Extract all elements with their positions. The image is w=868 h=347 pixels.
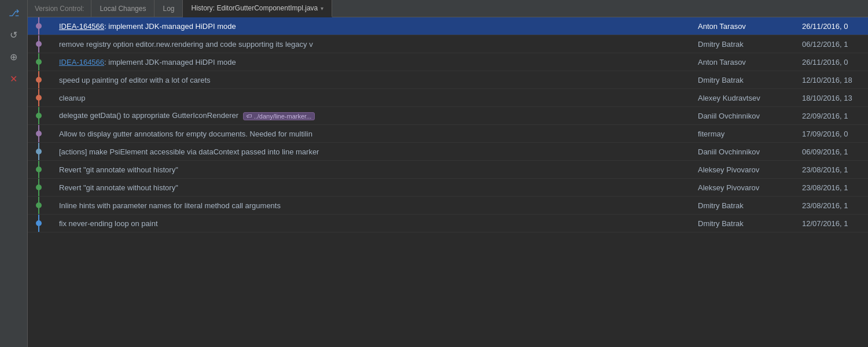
tag-icon: 🏷: [247, 113, 252, 119]
main-panel: Version Control: Local Changes Log Histo…: [28, 0, 868, 347]
commit-date-12: 12/07/2016, 1: [799, 215, 868, 232]
commit-text-1: : implement JDK-managed HiDPI mode: [104, 22, 236, 31]
commit-message-4: speed up painting of editor with a lot o…: [56, 71, 694, 89]
commit-message-1: IDEA-164566: implement JDK-managed HiDPI…: [56, 17, 694, 35]
graph-cell-1: [28, 17, 56, 35]
graph-cell-8: [28, 143, 56, 161]
table-row[interactable]: delegate getData() to appropriate Gutter…: [28, 107, 868, 125]
tab-section-label: Version Control:: [28, 0, 91, 17]
tab-log[interactable]: Log: [155, 0, 183, 17]
commit-message-9: Revert "git annotate without history": [56, 161, 694, 179]
close-icon[interactable]: ✕: [5, 69, 23, 88]
commit-message-11: Inline hints with parameter names for li…: [56, 197, 694, 215]
commit-author-11: Dmitry Batrak: [694, 197, 799, 215]
commit-author-5: Alexey Kudravtsev: [694, 89, 799, 107]
commit-text-4: speed up painting of editor with a lot o…: [59, 76, 211, 84]
commit-date-10: 23/08/2016, 1: [799, 179, 868, 197]
tab-bar: Version Control: Local Changes Log Histo…: [28, 0, 868, 17]
commit-date-2: 06/12/2016, 1: [799, 35, 868, 53]
commit-text-9: Revert "git annotate without history": [59, 165, 178, 174]
graph-cell-9: [28, 161, 56, 179]
commit-date-11: 23/08/2016, 1: [799, 197, 868, 215]
tab-dropdown-icon[interactable]: ▾: [321, 5, 323, 12]
commit-text-7: Allow to display gutter annotations for …: [59, 130, 312, 138]
table-row[interactable]: cleanupAlexey Kudravtsev18/10/2016, 13: [28, 89, 868, 107]
table-row[interactable]: IDEA-164566: implement JDK-managed HiDPI…: [28, 17, 868, 35]
graph-cell-7: [28, 125, 56, 143]
commit-text-6: delegate getData() to appropriate Gutter…: [59, 111, 238, 120]
commit-author-10: Aleksey Pivovarov: [694, 179, 799, 197]
table-row[interactable]: Revert "git annotate without history"Ale…: [28, 161, 868, 179]
commit-link-3[interactable]: IDEA-164566: [59, 58, 104, 67]
table-row[interactable]: Inline hints with parameter names for li…: [28, 197, 868, 215]
content-area[interactable]: IDEA-164566: implement JDK-managed HiDPI…: [28, 17, 868, 347]
table-row[interactable]: speed up painting of editor with a lot o…: [28, 71, 868, 89]
commit-author-3: Anton Tarasov: [694, 53, 799, 71]
commit-author-1: Anton Tarasov: [694, 17, 799, 35]
commit-date-9: 23/08/2016, 1: [799, 161, 868, 179]
commit-message-3: IDEA-164566: implement JDK-managed HiDPI…: [56, 53, 694, 71]
commit-text-3: : implement JDK-managed HiDPI mode: [104, 58, 236, 67]
graph-cell-3: [28, 53, 56, 71]
table-row[interactable]: [actions] make PsiElement accessible via…: [28, 143, 868, 161]
graph-cell-11: [28, 197, 56, 215]
refresh-icon[interactable]: ↺: [5, 25, 23, 44]
commit-message-5: cleanup: [56, 89, 694, 107]
graph-cell-2: [28, 35, 56, 53]
commit-message-12: fix never-ending loop on paint: [56, 215, 694, 232]
commit-date-7: 17/09/2016, 0: [799, 125, 868, 143]
commit-text-11: Inline hints with parameter names for li…: [59, 201, 281, 210]
tab-local-changes[interactable]: Local Changes: [91, 0, 155, 17]
branch-tag-6: 🏷../dany/line-marker...: [243, 112, 315, 120]
commit-message-2: remove registry option editor.new.render…: [56, 35, 694, 53]
table-row[interactable]: Allow to display gutter annotations for …: [28, 125, 868, 143]
commit-author-7: fitermay: [694, 125, 799, 143]
commit-text-2: remove registry option editor.new.render…: [59, 40, 313, 49]
table-row[interactable]: IDEA-164566: implement JDK-managed HiDPI…: [28, 53, 868, 71]
commit-message-7: Allow to display gutter annotations for …: [56, 125, 694, 143]
commit-date-4: 12/10/2016, 18: [799, 71, 868, 89]
commit-message-10: Revert "git annotate without history": [56, 179, 694, 197]
commit-date-8: 06/09/2016, 1: [799, 143, 868, 161]
table-row[interactable]: remove registry option editor.new.render…: [28, 35, 868, 53]
commit-date-3: 26/11/2016, 0: [799, 53, 868, 71]
graph-cell-5: [28, 89, 56, 107]
graph-cell-10: [28, 179, 56, 197]
table-row[interactable]: fix never-ending loop on paintDmitry Bat…: [28, 215, 868, 232]
commit-date-5: 18/10/2016, 13: [799, 89, 868, 107]
commit-date-6: 22/09/2016, 1: [799, 107, 868, 125]
commit-date-1: 26/11/2016, 0: [799, 17, 868, 35]
sidebar: ⎇ ↺ ⊕ ✕: [0, 0, 28, 347]
commit-text-5: cleanup: [59, 94, 86, 102]
search-icon[interactable]: ⊕: [5, 47, 23, 66]
history-table: IDEA-164566: implement JDK-managed HiDPI…: [28, 17, 868, 232]
commit-author-9: Aleksey Pivovarov: [694, 161, 799, 179]
commit-link-1[interactable]: IDEA-164566: [59, 22, 104, 31]
graph-cell-4: [28, 71, 56, 89]
tab-history[interactable]: History: EditorGutterComponentImpl.java …: [183, 0, 332, 17]
commit-text-10: Revert "git annotate without history": [59, 183, 178, 192]
commit-text-12: fix never-ending loop on paint: [59, 219, 158, 228]
commit-text-8: [actions] make PsiElement accessible via…: [59, 147, 319, 156]
commit-author-12: Dmitry Batrak: [694, 215, 799, 232]
git-icon[interactable]: ⎇: [5, 3, 23, 22]
commit-author-6: Daniil Ovchinnikov: [694, 107, 799, 125]
graph-cell-6: [28, 107, 56, 125]
commit-author-4: Dmitry Batrak: [694, 71, 799, 89]
commit-author-8: Daniil Ovchinnikov: [694, 143, 799, 161]
commit-message-8: [actions] make PsiElement accessible via…: [56, 143, 694, 161]
commit-author-2: Dmitry Batrak: [694, 35, 799, 53]
graph-cell-12: [28, 215, 56, 232]
table-row[interactable]: Revert "git annotate without history"Ale…: [28, 179, 868, 197]
commit-message-6: delegate getData() to appropriate Gutter…: [56, 107, 694, 125]
